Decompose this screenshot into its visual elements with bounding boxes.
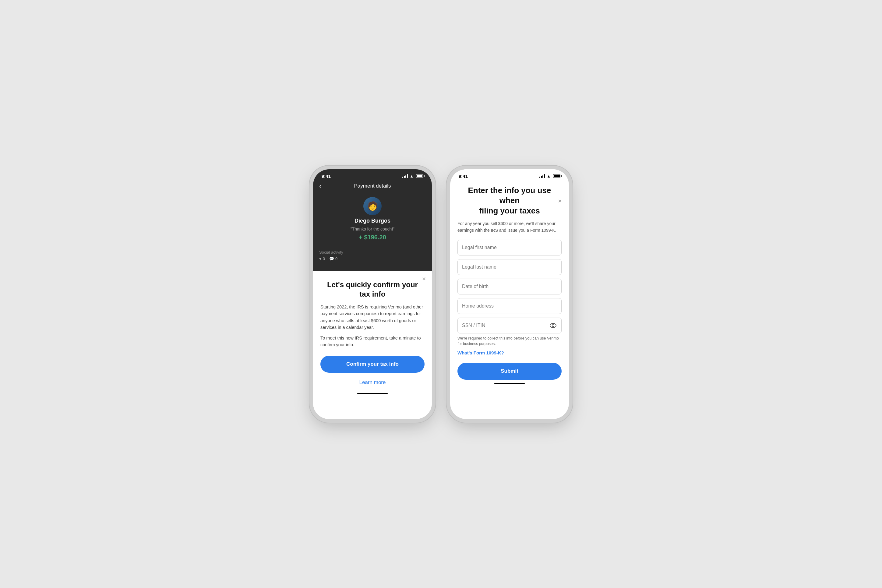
time-label: 9:41 <box>459 174 468 179</box>
likes-item: ♥ 0 <box>319 256 325 261</box>
signal-bars-icon <box>402 174 408 178</box>
form-title: Enter the info you use when filing your … <box>460 186 558 216</box>
svg-point-0 <box>550 323 556 328</box>
likes-count: 0 <box>323 256 325 261</box>
form-content: × Enter the info you use when filing you… <box>450 181 569 419</box>
sheet-body: Starting 2022, the IRS is requiring Venm… <box>320 304 424 348</box>
comment-icon: 💬 <box>329 256 334 261</box>
amount: + $196.20 <box>359 234 386 241</box>
tax-info-sheet: × Let's quickly confirm your tax info St… <box>313 271 432 419</box>
first-name-input[interactable] <box>458 240 562 255</box>
address-input[interactable] <box>458 298 562 314</box>
status-bar-light: 9:41 ▲ <box>450 169 569 181</box>
whats-form-link[interactable]: What's Form 1099-K? <box>458 350 562 356</box>
eye-icon <box>550 323 556 328</box>
status-bar-dark: 9:41 ▲ <box>313 169 432 181</box>
body-paragraph-2: To meet this new IRS requirement, take a… <box>320 334 424 348</box>
last-name-input[interactable] <box>458 259 562 275</box>
phone-1: 9:41 ▲ ‹ Payment details 🧑 Diego Burgos <box>313 169 432 419</box>
toggle-visibility-button[interactable] <box>548 321 558 330</box>
social-section: Social activity ♥ 0 💬 0 <box>319 247 426 265</box>
signal-bars-icon <box>539 174 545 178</box>
back-button[interactable]: ‹ <box>319 182 321 190</box>
confirm-tax-info-button[interactable]: Confirm your tax info <box>320 356 424 373</box>
heart-icon: ♥ <box>319 256 322 261</box>
home-bar <box>357 393 388 394</box>
user-name: Diego Burgos <box>354 218 390 224</box>
sheet-title: Let's quickly confirm your tax info <box>327 280 418 299</box>
home-bar <box>494 383 525 384</box>
status-icons: ▲ <box>402 174 423 178</box>
status-icons: ▲ <box>539 174 560 178</box>
battery-icon <box>416 174 423 178</box>
avatar: 🧑 <box>363 197 382 215</box>
home-indicator <box>320 390 424 395</box>
comments-count: 0 <box>335 256 338 261</box>
form-subtitle: For any year you sell $600 or more, we'l… <box>458 220 562 234</box>
close-button[interactable]: × <box>422 276 426 282</box>
ssn-divider <box>547 320 547 331</box>
close-button[interactable]: × <box>558 198 562 205</box>
svg-point-1 <box>552 325 554 326</box>
time-label: 9:41 <box>322 174 331 179</box>
wifi-icon: ▲ <box>410 174 414 178</box>
avatar-image: 🧑 <box>367 201 378 211</box>
dob-input[interactable] <box>458 279 562 294</box>
ssn-input[interactable] <box>458 318 562 333</box>
profile-section: 🧑 Diego Burgos "Thanks for the couch!" +… <box>319 194 426 247</box>
tagline: "Thanks for the couch!" <box>351 226 395 231</box>
battery-icon <box>553 174 560 178</box>
ssn-field-wrapper <box>458 318 562 333</box>
social-icons: ♥ 0 💬 0 <box>319 256 426 261</box>
home-indicator <box>458 380 562 385</box>
helper-text: We're required to collect this info befo… <box>458 336 562 346</box>
body-paragraph-1: Starting 2022, the IRS is requiring Venm… <box>320 304 424 331</box>
social-label: Social activity <box>319 250 426 255</box>
page-title: Payment details <box>354 183 391 189</box>
learn-more-button[interactable]: Learn more <box>320 375 424 390</box>
submit-button[interactable]: Submit <box>458 363 562 380</box>
wifi-icon: ▲ <box>547 174 550 178</box>
dark-background: ‹ Payment details 🧑 Diego Burgos "Thanks… <box>313 181 432 271</box>
comments-item: 💬 0 <box>329 256 338 261</box>
nav-bar: ‹ Payment details <box>319 181 426 194</box>
phone-2: 9:41 ▲ × Enter the info you use when fil… <box>450 169 569 419</box>
